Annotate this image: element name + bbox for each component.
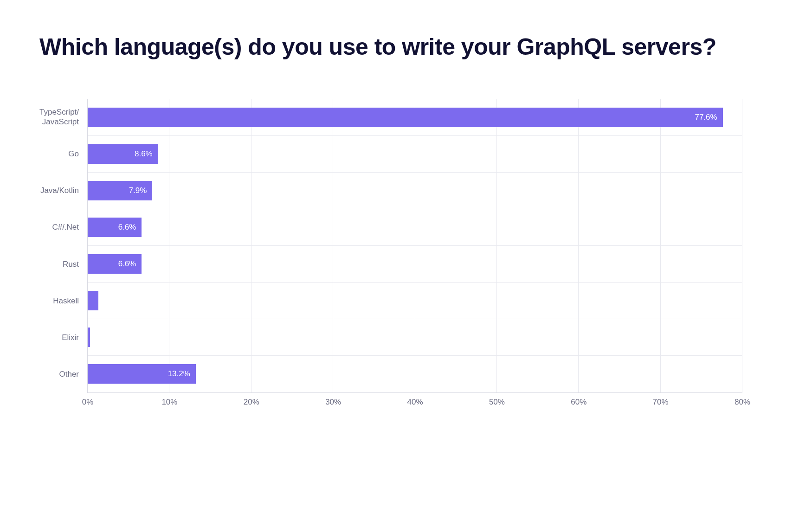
- bar-row: [88, 319, 742, 356]
- x-axis-tick: 20%: [244, 398, 259, 407]
- x-axis-tick: 30%: [325, 398, 341, 407]
- bar: 77.6%: [88, 108, 723, 127]
- y-axis-label: C#/.Net: [39, 209, 79, 245]
- y-axis-label: Java/Kotlin: [39, 172, 79, 209]
- bar-value-label: 77.6%: [695, 113, 717, 122]
- bar-row: 8.6%: [88, 136, 742, 173]
- chart-title: Which language(s) do you use to write yo…: [39, 32, 742, 62]
- x-axis-tick: 50%: [489, 398, 505, 407]
- chart-container: TypeScript/ JavaScriptGoJava/KotlinC#/.N…: [39, 99, 742, 411]
- y-axis-labels: TypeScript/ JavaScriptGoJava/KotlinC#/.N…: [39, 99, 87, 393]
- bar-value-label: 6.6%: [118, 223, 136, 232]
- y-axis-label: Go: [39, 135, 79, 172]
- x-axis-tick: 40%: [407, 398, 423, 407]
- bar-value-label: 8.6%: [135, 149, 153, 159]
- y-axis-label: TypeScript/ JavaScript: [39, 99, 79, 135]
- bar-rows: 77.6%8.6%7.9%6.6%6.6%13.2%: [88, 99, 742, 392]
- bar-row: 13.2%: [88, 356, 742, 392]
- bar: 6.6%: [88, 218, 142, 237]
- x-axis: 0%10%20%30%40%50%60%70%80%: [88, 393, 742, 411]
- plot-area: 77.6%8.6%7.9%6.6%6.6%13.2%: [87, 99, 742, 393]
- bar-row: 6.6%: [88, 246, 742, 283]
- bar: 6.6%: [88, 254, 142, 274]
- y-axis-label: Rust: [39, 246, 79, 283]
- bar: [88, 328, 90, 347]
- bar: 8.6%: [88, 144, 158, 164]
- y-axis-label: Elixir: [39, 319, 79, 356]
- bar-value-label: 7.9%: [129, 186, 147, 195]
- bar-value-label: 13.2%: [168, 369, 190, 379]
- bar-row: 77.6%: [88, 99, 742, 136]
- bar-row: [88, 283, 742, 319]
- y-axis-label: Haskell: [39, 283, 79, 319]
- bar-row: 7.9%: [88, 173, 742, 209]
- bar: 13.2%: [88, 364, 196, 384]
- bar-value-label: 6.6%: [118, 259, 136, 269]
- bar-row: 6.6%: [88, 209, 742, 246]
- bar: [88, 291, 98, 310]
- bar: 7.9%: [88, 181, 152, 200]
- x-axis-tick: 60%: [571, 398, 586, 407]
- x-axis-tick: 70%: [653, 398, 669, 407]
- x-axis-tick: 80%: [735, 398, 750, 407]
- x-axis-tick: 0%: [82, 398, 94, 407]
- y-axis-label: Other: [39, 356, 79, 392]
- x-axis-tick: 10%: [161, 398, 177, 407]
